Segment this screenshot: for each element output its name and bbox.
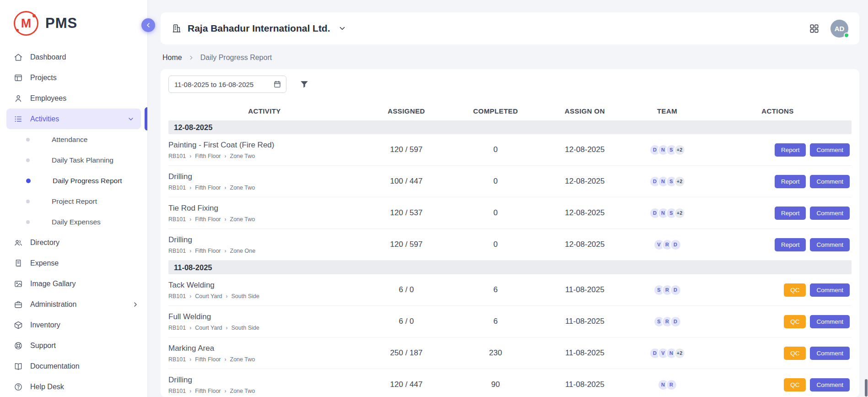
sidebar-subitem-project-report[interactable]: Project Report	[0, 191, 147, 212]
sidebar-item-label: Support	[30, 342, 56, 350]
table-row: Painting - First Coat (Fire Red)RB101›Fi…	[168, 134, 852, 166]
activity-location: RB101›Fifth Floor›Zone Two	[168, 185, 361, 191]
report-button[interactable]: Report	[775, 207, 806, 220]
chevron-down-icon	[127, 115, 135, 123]
date-group-header: 11-08-2025	[168, 261, 852, 274]
location-segment: Zone Two	[230, 356, 255, 363]
location-segment: Fifth Floor	[195, 248, 221, 254]
sidebar-item-label: Help Desk	[30, 383, 64, 391]
sidebar-subitem-daily-task-planning[interactable]: Daily Task Planning	[0, 150, 147, 170]
activity-location: RB101›Court Yard›South Side	[168, 293, 361, 299]
actions-cell: QCComment	[704, 347, 852, 360]
activity-location: RB101›Fifth Floor›Zone Two	[168, 153, 361, 159]
activity-cell: DrillingRB101›Fifth Floor›Zone Two	[168, 375, 361, 394]
content-card: 11-08-2025 to 16-08-2025 ACTIVITYASSIGNE…	[161, 69, 859, 397]
location-segment: RB101	[168, 388, 186, 394]
qc-button[interactable]: QC	[784, 378, 806, 392]
location-segment: Court Yard	[195, 325, 222, 331]
user-avatar[interactable]: AD	[830, 20, 848, 38]
sidebar-item-expense[interactable]: Expense	[0, 253, 147, 273]
report-button[interactable]: Report	[775, 143, 806, 157]
app-brand[interactable]: M PMS	[0, 0, 147, 42]
sidebar-subitem-attendance[interactable]: Attendance	[0, 129, 147, 150]
sidebar-item-inventory[interactable]: Inventory	[0, 315, 147, 335]
sidebar-subitem-daily-progress-report[interactable]: Daily Progress Report	[0, 170, 147, 191]
qc-button[interactable]: QC	[784, 315, 806, 328]
date-range-input[interactable]: 11-08-2025 to 16-08-2025	[168, 76, 286, 93]
sidebar-nav: DashboardProjectsEmployeesActivitiesAtte…	[0, 42, 147, 397]
sidebar-item-directory[interactable]: Directory	[0, 232, 147, 253]
company-selector[interactable]: Raja Bahadur International Ltd.	[172, 23, 346, 34]
assigned-value: 120 / 447	[361, 380, 452, 389]
team-avatar[interactable]: D	[670, 284, 681, 296]
activity-cell: Marking AreaRB101›Fifth Floor›Zone Two	[168, 344, 361, 363]
qc-button[interactable]: QC	[784, 347, 806, 360]
breadcrumb-home[interactable]: Home	[162, 54, 182, 62]
report-button[interactable]: Report	[775, 175, 806, 188]
main-area: Raja Bahadur International Ltd. AD Home …	[148, 0, 868, 397]
comment-button[interactable]: Comment	[810, 347, 850, 360]
comment-button[interactable]: Comment	[810, 238, 850, 251]
sidebar-subitem-label: Project Report	[52, 197, 97, 206]
location-segment: RB101	[168, 293, 186, 299]
team-avatar[interactable]: D	[670, 239, 681, 250]
column-header-completed: COMPLETED	[452, 107, 539, 115]
bullet-dot-icon	[26, 200, 30, 203]
sidebar-collapse-button[interactable]	[141, 18, 155, 32]
assigned-value: 100 / 447	[361, 177, 452, 186]
chevron-right-icon: ›	[225, 185, 226, 190]
activity-title: Painting - First Coat (Fire Red)	[168, 141, 361, 150]
column-header-assigned: ASSIGNED	[361, 107, 452, 115]
sidebar-item-projects[interactable]: Projects	[0, 67, 147, 88]
sidebar-item-image-gallary[interactable]: Image Gallary	[0, 273, 147, 294]
team-avatar[interactable]: R	[666, 379, 677, 391]
comment-button[interactable]: Comment	[810, 143, 850, 157]
team-overflow-badge[interactable]: +2	[674, 348, 685, 359]
team-overflow-badge[interactable]: +2	[674, 144, 685, 156]
activity-title: Drilling	[168, 235, 361, 245]
chevron-right-icon: ›	[189, 388, 191, 394]
assigned-value: 6 / 0	[361, 285, 452, 294]
activity-location: RB101›Fifth Floor›Zone Two	[168, 216, 361, 223]
sidebar-subitem-label: Attendance	[52, 136, 87, 144]
completed-value: 0	[452, 240, 539, 249]
comment-button[interactable]: Comment	[810, 207, 850, 220]
location-segment: RB101	[168, 185, 186, 191]
employees-icon	[14, 94, 23, 103]
expense-icon	[14, 259, 23, 268]
sidebar-item-dashboard[interactable]: Dashboard	[0, 47, 147, 67]
team-avatar[interactable]: D	[670, 316, 681, 327]
qc-button[interactable]: QC	[784, 283, 806, 297]
completed-value: 0	[452, 208, 539, 218]
apps-grid-button[interactable]	[809, 23, 819, 34]
column-header-team: TEAM	[631, 107, 704, 115]
team-overflow-badge[interactable]: +2	[674, 176, 685, 187]
comment-button[interactable]: Comment	[810, 283, 850, 297]
assign-on-value: 12-08-2025	[539, 177, 631, 186]
assigned-value: 250 / 187	[361, 348, 452, 358]
comment-button[interactable]: Comment	[810, 175, 850, 188]
team-cell: SRD	[631, 284, 704, 296]
location-segment: South Side	[232, 325, 259, 331]
topbar-actions: AD	[809, 20, 848, 38]
scrollbar-thumb[interactable]	[865, 379, 868, 397]
online-status-dot	[844, 33, 849, 38]
sidebar-item-employees[interactable]: Employees	[0, 88, 147, 109]
sidebar-item-label: Directory	[30, 239, 59, 247]
comment-button[interactable]: Comment	[810, 315, 850, 328]
sidebar-item-documentation[interactable]: Documentation	[0, 356, 147, 376]
sidebar-subitem-label: Daily Progress Report	[53, 177, 122, 185]
comment-button[interactable]: Comment	[810, 378, 850, 392]
filter-icon[interactable]	[299, 79, 309, 89]
chevron-right-icon: ›	[189, 357, 191, 362]
sidebar-item-administration[interactable]: Administration	[0, 294, 147, 315]
sidebar-item-activities[interactable]: Activities	[6, 109, 141, 129]
activity-cell: Painting - First Coat (Fire Red)RB101›Fi…	[168, 141, 361, 159]
report-button[interactable]: Report	[775, 238, 806, 251]
sidebar-subitem-daily-expenses[interactable]: Daily Expenses	[0, 212, 147, 232]
location-segment: Fifth Floor	[195, 216, 221, 223]
sidebar-item-support[interactable]: Support	[0, 335, 147, 356]
location-segment: Zone Two	[230, 153, 255, 159]
sidebar-item-help-desk[interactable]: Help Desk	[0, 376, 147, 397]
team-overflow-badge[interactable]: +2	[674, 207, 685, 219]
